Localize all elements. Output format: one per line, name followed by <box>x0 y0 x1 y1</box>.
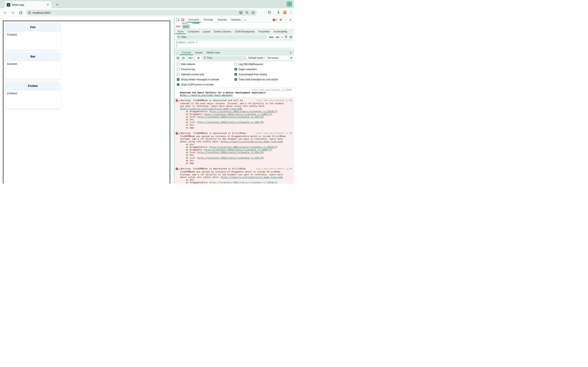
message-link[interactable]: https://reactjs.org/link/react-devtools <box>180 94 233 97</box>
stack-frame-link[interactable]: http://localhost:3002/static/js/bundle.j… <box>210 146 277 149</box>
stack-frame-link[interactable]: http://localhost:3002/static/js/bundle.j… <box>205 113 271 116</box>
checkbox[interactable] <box>234 63 237 66</box>
message-source-link[interactable]: react-dom.development.js:86 <box>256 132 292 134</box>
setting-autocomplete-history[interactable]: Autocomplete from history <box>234 72 294 77</box>
site-info-icon[interactable] <box>28 11 31 14</box>
checkbox[interactable] <box>177 63 180 66</box>
card-foobar[interactable]: Foobar Content <box>5 82 61 109</box>
card-header[interactable]: Bar <box>5 52 61 61</box>
setting-group-similar[interactable]: Group similar messages in console <box>177 77 234 82</box>
tab-dom-breakpoints[interactable]: DOM Breakpoints <box>233 29 257 34</box>
tab-layout[interactable]: Layout <box>201 29 212 34</box>
stack-frame-link[interactable]: http://localhost:3002/static/js/bundle.j… <box>198 116 263 118</box>
drawer-menu-kebab-icon[interactable]: ⋮ <box>176 50 180 55</box>
stack-frame-link[interactable]: http://localhost:3002/static/js/bundle.j… <box>198 157 263 159</box>
new-tab-button[interactable]: + <box>54 2 60 8</box>
console-filter-input[interactable]: Filter <box>202 56 247 60</box>
reload-button[interactable] <box>18 10 23 15</box>
message-source-link[interactable]: react-dom.development.js:29895 <box>180 89 292 91</box>
browser-tab[interactable]: React App × <box>5 1 51 8</box>
address-bar[interactable]: localhost:3002 <box>26 10 257 16</box>
card-header[interactable]: Foobar <box>5 82 61 90</box>
message-link[interactable]: https://reactjs.org/link/strict-mode-fin… <box>180 108 242 110</box>
message-link[interactable]: https://reactjs.org/link/strict-mode-fin… <box>221 140 283 143</box>
checkbox[interactable] <box>177 78 180 81</box>
devtools-menu-kebab-icon[interactable]: ⋮ <box>284 18 288 22</box>
expand-triangle-icon[interactable]: ▶ <box>179 132 180 135</box>
url-text[interactable]: localhost:3002 <box>33 11 239 14</box>
tab-properties[interactable]: Properties <box>257 29 272 34</box>
card-bar[interactable]: Bar Content <box>5 52 61 80</box>
bookmark-star-icon[interactable] <box>251 11 255 14</box>
window-chevron-button[interactable] <box>287 1 292 7</box>
checkbox[interactable] <box>177 83 180 86</box>
setting-hide-network[interactable]: Hide network <box>177 62 234 67</box>
stack-frame-link[interactable]: http://localhost:3002/static/js/bundle.j… <box>198 121 263 124</box>
extensions-puzzle-icon[interactable] <box>268 11 271 14</box>
forward-button[interactable] <box>11 10 15 15</box>
log-levels-dropdown[interactable]: Default levels▾ <box>249 57 265 59</box>
paint-roller-icon[interactable] <box>285 35 288 39</box>
dom-tag-fragment-highlighted[interactable]: /head <box>192 23 199 24</box>
checkbox[interactable] <box>234 78 237 81</box>
tab-accessibility[interactable]: Accessibility <box>272 29 289 34</box>
drawer-tab-console[interactable]: Console <box>180 50 193 55</box>
back-button[interactable] <box>3 10 7 15</box>
breadcrumb-html[interactable]: html <box>174 24 182 29</box>
more-tabs-icon[interactable]: » <box>243 18 247 21</box>
stack-frame-link[interactable]: http://localhost:3002/static/js/bundle.j… <box>210 110 277 113</box>
browser-menu-kebab-icon[interactable]: ⋮ <box>289 11 292 14</box>
devtools-tab-sources[interactable]: Sources <box>216 17 229 22</box>
card-foo[interactable]: Foo Content <box>5 23 61 50</box>
setting-selected-context-only[interactable]: Selected context only <box>177 72 234 77</box>
message-source-link[interactable]: react-dom.development.js:86 <box>256 167 292 170</box>
tab-close-icon[interactable]: × <box>47 3 49 6</box>
new-style-rule-button[interactable]: + <box>281 35 283 39</box>
toggle-element-classes[interactable]: .cls <box>275 36 279 38</box>
devtools-tab-console[interactable]: Console <box>202 17 215 22</box>
zoom-icon[interactable] <box>245 11 249 14</box>
live-expression-eye-icon[interactable] <box>196 56 200 60</box>
clear-console-icon[interactable] <box>181 56 185 60</box>
element-style-rule[interactable]: element.style { } <box>174 40 294 48</box>
downloads-icon[interactable] <box>277 11 280 14</box>
device-toolbar-icon[interactable] <box>181 18 185 22</box>
checkbox[interactable] <box>234 68 237 71</box>
tab-styles[interactable]: Styles <box>175 29 186 34</box>
drawer-tab-issues[interactable]: Issues <box>193 50 205 55</box>
breadcrumb-body[interactable]: body <box>182 24 190 29</box>
checkbox[interactable] <box>234 73 237 76</box>
profile-avatar[interactable] <box>283 10 287 14</box>
setting-eager-evaluation[interactable]: Eager evaluation <box>234 67 294 72</box>
console-context-selector[interactable]: top▾ <box>189 57 193 59</box>
checkbox[interactable] <box>177 73 180 76</box>
install-app-icon[interactable] <box>239 11 242 15</box>
inspect-element-icon[interactable] <box>176 18 180 22</box>
toggle-hover-state[interactable]: :hov <box>269 36 274 38</box>
console-sidebar-toggle-icon[interactable] <box>176 56 180 60</box>
stack-frame-link[interactable]: http://localhost:3002/static/js/bundle.j… <box>198 151 263 154</box>
devtools-settings-gear-icon[interactable]: ⚙ <box>279 18 283 22</box>
setting-preserve-log[interactable]: Preserve log <box>177 67 234 72</box>
checkbox[interactable] <box>177 68 180 71</box>
message-link[interactable]: https://reactjs.org/link/strict-mode-fin… <box>221 176 283 179</box>
error-count-badge[interactable]: ✕ 3 <box>273 18 277 21</box>
expand-triangle-icon[interactable]: ▶ <box>179 100 180 102</box>
drawer-close-icon[interactable]: × <box>288 50 293 55</box>
stack-frame-link[interactable]: http://localhost:3002/static/js/bundle.j… <box>205 149 271 151</box>
tab-event-listeners[interactable]: Event Listeners <box>212 29 233 34</box>
devtools-close-icon[interactable]: × <box>288 18 293 22</box>
devtools-tab-network[interactable]: Network <box>229 17 242 22</box>
tab-computed[interactable]: Computed <box>186 29 201 34</box>
console-settings-gear-icon[interactable]: ⚙ <box>290 57 293 59</box>
devtools-tab-elements[interactable]: Elements <box>187 17 201 22</box>
setting-treat-eval-user-action[interactable]: Treat code evaluation as user action <box>234 77 294 82</box>
issues-counter[interactable]: No Issues <box>268 57 278 59</box>
setting-show-cors-errors[interactable]: Show CORS errors in console <box>177 82 234 87</box>
dom-tag-fragment[interactable]: head <box>182 23 187 24</box>
message-source-link[interactable]: react-dom.development.js:86 <box>256 99 292 102</box>
drawer-tab-whats-new[interactable]: What's new <box>205 50 222 55</box>
stack-frame-link[interactable]: http://localhost:3002/static/js/bundle.j… <box>210 181 277 184</box>
panel-layout-icon[interactable] <box>289 35 292 39</box>
styles-filter-input[interactable]: Filter <box>176 35 267 39</box>
